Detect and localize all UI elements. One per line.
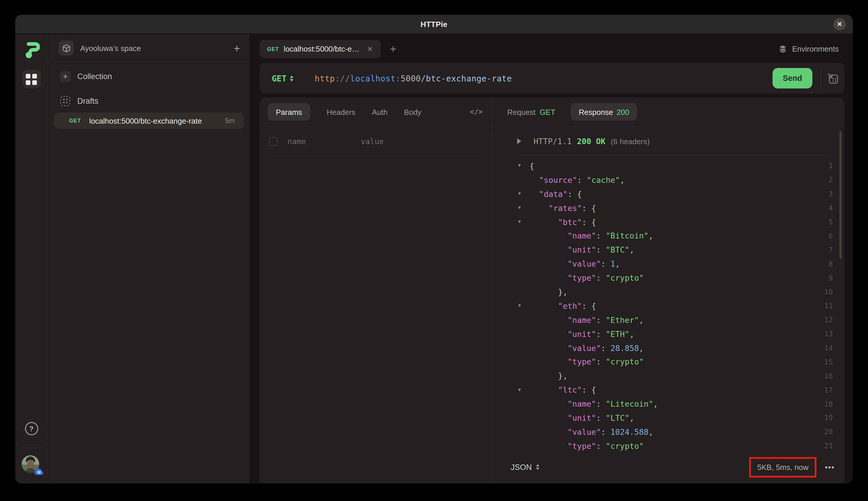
app-body: ? xyxy=(15,34,853,483)
collapse-toggle-icon[interactable]: ▼ xyxy=(517,303,530,309)
method-selector[interactable]: GET xyxy=(272,74,294,83)
param-checkbox[interactable] xyxy=(269,137,278,146)
tab-body[interactable]: Body xyxy=(404,107,421,116)
updown-icon xyxy=(536,464,540,470)
protocol: HTTP/1.1 xyxy=(534,137,572,146)
space-cube-button[interactable] xyxy=(58,41,74,56)
json-line: ▼ "eth": {11 xyxy=(492,299,845,313)
json-line: "type": "crypto"15 xyxy=(492,355,845,369)
new-tab-button[interactable]: + xyxy=(390,43,396,54)
question-icon: ? xyxy=(29,425,34,433)
json-code: }, xyxy=(530,287,567,297)
tab-response[interactable]: Response 200 xyxy=(571,103,638,121)
cube-icon xyxy=(62,44,70,52)
json-code: "unit": "ETH", xyxy=(530,329,634,338)
line-number: 3 xyxy=(828,189,833,198)
space-name: Ayooluwa’s space xyxy=(80,44,141,52)
expand-headers-icon[interactable] xyxy=(517,138,521,144)
response-footer: JSON 5KB, 5ms, now ••• xyxy=(492,451,845,483)
response-status-line[interactable]: HTTP/1.1 200 OK (6 headers) xyxy=(492,127,845,155)
send-button[interactable]: Send xyxy=(772,68,812,88)
environments-button[interactable]: Environments xyxy=(778,44,839,54)
collapse-toggle-icon[interactable]: ▼ xyxy=(517,387,530,392)
request-tab-method: GET xyxy=(540,107,555,116)
help-button[interactable]: ? xyxy=(25,422,38,435)
window-close-button[interactable]: ✕ xyxy=(834,18,846,31)
add-space-button[interactable]: + xyxy=(234,42,240,54)
line-number: 5 xyxy=(828,217,833,226)
new-collection-button[interactable]: + Collection xyxy=(48,67,250,85)
json-line: "type": "crypto"21 xyxy=(492,439,845,451)
param-value-input[interactable]: value xyxy=(361,137,384,146)
collapse-toggle-icon[interactable]: ▼ xyxy=(517,163,530,169)
tab-params[interactable]: Params xyxy=(268,103,311,121)
tab-headers[interactable]: Headers xyxy=(327,107,356,116)
json-line: ▼ "btc": {5 xyxy=(492,215,845,229)
line-number: 9 xyxy=(828,273,833,282)
collection-label: Collection xyxy=(77,72,112,81)
method-value: GET xyxy=(272,74,287,83)
user-avatar[interactable] xyxy=(21,455,41,474)
json-line: "type": "crypto"9 xyxy=(492,271,845,285)
screen: HTTPie ✕ ? xyxy=(0,0,868,501)
line-number: 18 xyxy=(824,399,833,408)
url-segment: localhost xyxy=(350,74,395,83)
generate-code-button[interactable] xyxy=(826,72,839,85)
line-number: 15 xyxy=(824,358,833,366)
collapse-toggle-icon[interactable]: ▼ xyxy=(517,219,530,224)
spaces-grid-button[interactable] xyxy=(22,70,41,88)
tab-close-icon[interactable]: ✕ xyxy=(367,45,373,53)
json-code: "unit": "BTC", xyxy=(530,245,634,255)
window-title: HTTPie xyxy=(421,20,447,29)
url-input[interactable]: http://localhost:5000/btc-exchange-rate xyxy=(315,74,512,83)
code-view-toggle[interactable]: </> xyxy=(470,108,482,116)
tab-auth[interactable]: Auth xyxy=(372,107,388,116)
tab-request[interactable]: Request GET xyxy=(507,107,555,116)
json-line: "unit": "LTC",19 xyxy=(492,411,845,425)
json-code: }, xyxy=(530,371,567,381)
json-code: "eth": { xyxy=(530,301,596,311)
json-line: "source": "cache",2 xyxy=(492,173,845,187)
line-number: 14 xyxy=(824,343,833,352)
layers-icon xyxy=(778,44,788,54)
url-segment: http xyxy=(315,74,335,83)
format-selector[interactable]: JSON xyxy=(511,462,540,471)
response-body: ▼{1 "source": "cache",2▼ "data": {3▼ "ra… xyxy=(492,156,845,451)
json-code: "rates": { xyxy=(530,203,596,212)
tab-method-badge: GET xyxy=(267,46,279,52)
collapse-toggle-icon[interactable]: ▼ xyxy=(517,191,530,196)
json-code: "type": "crypto" xyxy=(530,441,644,451)
space-selector[interactable]: Ayooluwa’s space + xyxy=(48,34,250,62)
json-line: "unit": "ETH",13 xyxy=(492,327,845,341)
param-name-input[interactable]: name xyxy=(287,137,361,146)
json-line: "name": "Litecoin",18 xyxy=(492,397,845,411)
json-line: "name": "Bitcoin",6 xyxy=(492,229,845,243)
line-number: 6 xyxy=(828,232,833,240)
icon-rail: ? xyxy=(15,34,48,483)
json-code: "data": { xyxy=(530,189,582,198)
drafts-section[interactable]: Drafts xyxy=(48,92,250,109)
collapse-toggle-icon[interactable]: ▼ xyxy=(517,205,530,210)
sidebar-request-item[interactable]: GET localhost:5000/btc-exchange-rate 5m xyxy=(54,113,244,129)
json-code: "source": "cache", xyxy=(530,175,625,184)
format-label: JSON xyxy=(511,462,532,471)
json-line: "value": 1,8 xyxy=(492,257,845,271)
scrollbar-thumb[interactable] xyxy=(839,131,842,259)
json-code: "value": 1024.588, xyxy=(530,427,653,437)
line-number: 20 xyxy=(824,427,833,436)
environments-label: Environments xyxy=(792,44,839,53)
request-tab[interactable]: GET localhost:5000/btc-e… ✕ xyxy=(259,40,380,58)
json-code: "type": "crypto" xyxy=(530,273,644,283)
status-code: 200 OK xyxy=(577,137,606,146)
response-tab-label: Response xyxy=(579,107,613,116)
response-pane: Request GET Response 200 HTTP/1.1 xyxy=(492,97,845,483)
app-window: HTTPie ✕ ? xyxy=(15,15,853,483)
line-number: 12 xyxy=(824,315,833,324)
json-line: },10 xyxy=(492,285,845,299)
more-options-button[interactable]: ••• xyxy=(825,462,835,471)
param-row: name value xyxy=(259,127,492,156)
grid-icon xyxy=(26,74,31,78)
sidebar: Ayooluwa’s space + + Collection Drafts xyxy=(48,34,250,483)
drafts-label: Drafts xyxy=(77,96,98,105)
rail-divider xyxy=(21,448,42,448)
